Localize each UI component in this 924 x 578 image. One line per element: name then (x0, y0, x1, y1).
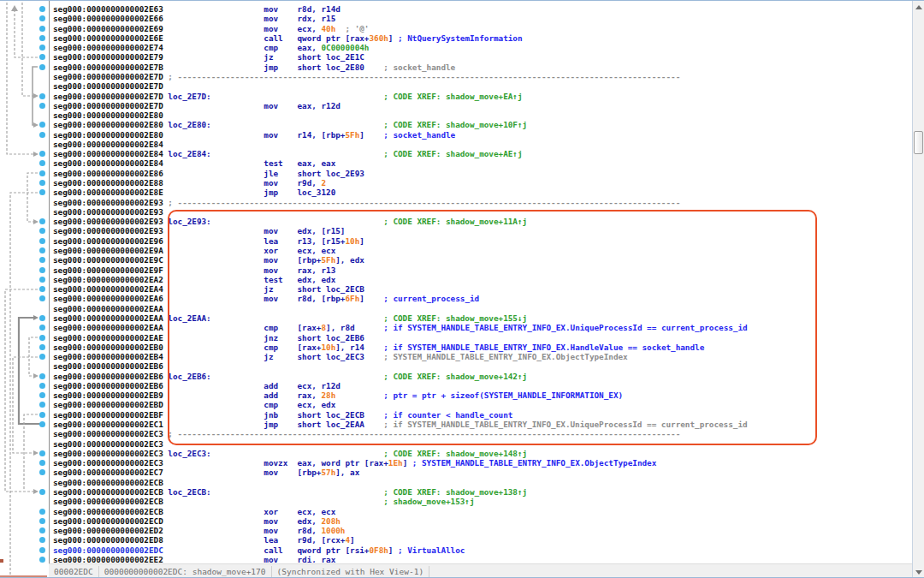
scroll-up-button[interactable] (913, 1, 924, 14)
asm-line[interactable]: seg000:0000000000002EAA loc_2EAA: ; CODE… (50, 313, 527, 324)
asm-line[interactable]: seg000:0000000000002EA6 mov r8d, [rbp+6F… (50, 294, 479, 304)
asm-text: add rax, (168, 390, 321, 400)
asm-text: ; CODE XREF: shadow_move+155↓j (383, 313, 527, 323)
scroll-down-button[interactable] (913, 566, 924, 578)
asm-line[interactable]: seg000:0000000000002E8E jmp loc_3120 (50, 188, 335, 198)
asm-address: seg000:0000000000002E93 (53, 207, 168, 217)
asm-address: seg000:0000000000002EAE (53, 333, 168, 343)
asm-line[interactable]: seg000:0000000000002E7B jmp short loc_2E… (50, 63, 455, 73)
asm-address: seg000:0000000000002ECB (53, 497, 168, 506)
asm-line[interactable]: seg000:0000000000002E9C mov [rbp+5Fh], e… (50, 255, 364, 265)
asm-line[interactable]: seg000:0000000000002EC3 loc_2EC3: ; CODE… (50, 449, 527, 459)
asm-line[interactable]: seg000:0000000000002EB6 (50, 361, 168, 372)
asm-line[interactable]: seg000:0000000000002EAA (50, 304, 168, 314)
asm-line[interactable]: seg000:0000000000002E80 mov r14, [rbp+5F… (50, 130, 455, 140)
asm-line[interactable]: seg000:0000000000002ECB loc_2ECB: ; CODE… (50, 487, 527, 498)
asm-line[interactable]: seg000:0000000000002EE2 mov rdi, rax (50, 555, 335, 563)
asm-line[interactable]: seg000:0000000000002EA4 jz short loc_2EC… (50, 284, 364, 295)
asm-text: jz short loc_2ECB (168, 284, 364, 294)
asm-address: seg000:0000000000002E7D (53, 101, 168, 110)
asm-line[interactable]: seg000:0000000000002EA2 test edx, edx (50, 275, 335, 285)
jump-arrow-jz-up-exit (15, 8, 38, 57)
asm-text: jle short loc_2E93 (168, 169, 364, 178)
asm-line[interactable]: seg000:0000000000002EB6 add ecx, r12d (50, 381, 341, 391)
asm-line[interactable]: seg000:0000000000002E88 mov r9d, 2 (50, 178, 326, 188)
asm-line[interactable]: seg000:0000000000002EDC call qword ptr [… (50, 545, 465, 556)
asm-line[interactable]: seg000:0000000000002EC1 jmp short loc_2E… (50, 420, 748, 430)
asm-address: seg000:0000000000002EC3 (53, 458, 168, 468)
asm-address: seg000:0000000000002EB0 (53, 343, 168, 352)
asm-line[interactable]: seg000:0000000000002E6E call qword ptr [… (50, 33, 523, 44)
asm-line[interactable]: seg000:0000000000002EC7 mov [rbp+57h], a… (50, 468, 359, 478)
jump-arrowhead-icon (33, 450, 38, 456)
asm-line[interactable]: seg000:0000000000002ECB ; shadow_move+15… (50, 497, 475, 507)
asm-line[interactable]: seg000:0000000000002E69 mov ecx, 40h ; '… (50, 24, 369, 34)
asm-line[interactable]: seg000:0000000000002E93 mov edx, [r15] (50, 226, 345, 236)
asm-line[interactable]: seg000:0000000000002E93 ; --------------… (50, 198, 680, 208)
asm-line[interactable]: seg000:0000000000002E63 mov r8d, r14d (50, 4, 341, 15)
asm-text: jnb short loc_2ECB (168, 410, 383, 420)
asm-line[interactable]: seg000:0000000000002E74 cmp eax, 0C00000… (50, 43, 369, 53)
asm-text: 10h (345, 236, 359, 246)
asm-line[interactable]: seg000:0000000000002ECD mov edx, 208h (50, 516, 341, 527)
asm-line[interactable]: seg000:0000000000002EC3 (50, 439, 168, 450)
scrollbar-thumb[interactable] (914, 131, 923, 154)
asm-text: ; ptr = ptr + sizeof(SYSTEM_HANDLE_INFOR… (383, 390, 623, 400)
asm-line[interactable]: seg000:0000000000002EB0 cmp [rax+10h], r… (50, 343, 704, 353)
asm-text: lea r9d, [rcx+ (168, 535, 345, 545)
asm-text (168, 497, 383, 506)
status-sync-state: (Synchronized with Hex View-1) (272, 566, 430, 577)
asm-line[interactable]: seg000:0000000000002ED8 lea r9d, [rcx+4] (50, 535, 355, 545)
asm-line[interactable]: seg000:0000000000002E66 mov rdx, r15 (50, 14, 335, 24)
asm-line[interactable]: seg000:0000000000002E84 (50, 140, 168, 150)
asm-text: loc_2E93: (168, 217, 210, 226)
asm-address: seg000:0000000000002EA2 (53, 275, 168, 284)
asm-text: 5Fh (345, 130, 359, 140)
asm-line[interactable]: seg000:0000000000002E86 jle short loc_2E… (50, 169, 364, 179)
asm-line[interactable]: seg000:0000000000002EC3 ; --------------… (50, 429, 680, 439)
asm-text: ; --------------------------------------… (168, 198, 680, 207)
vertical-scrollbar[interactable] (912, 1, 924, 578)
asm-line[interactable]: seg000:0000000000002E7D (50, 81, 168, 92)
asm-line[interactable]: seg000:0000000000002EC3 movzx eax, word … (50, 458, 656, 468)
asm-line[interactable]: seg000:0000000000002E96 lea r13, [r15+10… (50, 236, 364, 247)
asm-line[interactable]: seg000:0000000000002ECB (50, 478, 168, 488)
asm-line[interactable]: seg000:0000000000002E7D mov eax, r12d (50, 101, 341, 111)
asm-address: seg000:0000000000002ECB (53, 487, 168, 497)
asm-address: seg000:0000000000002EC3 (53, 449, 168, 458)
asm-text: ; CODE XREF: shadow_move+148↑j (383, 449, 527, 458)
asm-line[interactable]: seg000:0000000000002E7D loc_2E7D: ; CODE… (50, 92, 523, 102)
asm-line[interactable]: seg000:0000000000002EBD cmp ecx, edx (50, 400, 335, 410)
asm-text: 0F8h (369, 545, 388, 555)
asm-line[interactable]: seg000:0000000000002E84 test eax, eax (50, 158, 335, 169)
disassembly-listing[interactable]: seg000:0000000000002E63 mov r8d, r14dseg… (50, 1, 912, 563)
asm-address: seg000:0000000000002EE2 (53, 555, 168, 563)
asm-address: seg000:0000000000002EB9 (53, 390, 168, 400)
asm-text: mov edx, [r15] (168, 226, 345, 235)
asm-text: loc_2E7D: (168, 92, 210, 101)
asm-text (211, 92, 384, 101)
code-dot (39, 93, 45, 99)
jump-arrowhead-icon (33, 152, 38, 157)
asm-address: seg000:0000000000002ED2 (53, 526, 168, 535)
asm-line[interactable]: seg000:0000000000002EB4 jz short loc_2EC… (50, 352, 628, 362)
asm-line[interactable]: seg000:0000000000002E80 loc_2E80: ; CODE… (50, 120, 527, 130)
asm-line[interactable]: seg000:0000000000002E7D ; --------------… (50, 72, 680, 82)
asm-line[interactable]: seg000:0000000000002E9A xor ecx, ecx (50, 246, 335, 256)
asm-line[interactable]: seg000:0000000000002EB9 add rax, 28h ; p… (50, 390, 623, 401)
asm-line[interactable]: seg000:0000000000002E93 loc_2E93: ; CODE… (50, 217, 527, 227)
asm-line[interactable]: seg000:0000000000002E84 loc_2E84: ; CODE… (50, 149, 523, 159)
asm-text: 2 (321, 178, 326, 188)
asm-line[interactable]: seg000:0000000000002E9F mov rax, r13 (50, 265, 335, 276)
asm-line[interactable]: seg000:0000000000002ED2 mov r8d, 1000h (50, 526, 345, 536)
asm-line[interactable]: seg000:0000000000002E80 (50, 110, 168, 121)
asm-line[interactable]: seg000:0000000000002ECB xor ecx, ecx (50, 507, 335, 517)
asm-line[interactable]: seg000:0000000000002EBF jnb short loc_2E… (50, 410, 512, 420)
asm-line[interactable]: seg000:0000000000002EAE jnz short loc_2E… (50, 333, 364, 343)
asm-line[interactable]: seg000:0000000000002EAA cmp [rax+8], r8d… (50, 323, 748, 333)
asm-text (335, 24, 345, 33)
asm-address: seg000:0000000000002EBF (53, 410, 168, 420)
asm-line[interactable]: seg000:0000000000002EB6 loc_2EB6: ; CODE… (50, 372, 527, 382)
asm-line[interactable]: seg000:0000000000002E79 jz short loc_2E1… (50, 52, 364, 63)
asm-line[interactable]: seg000:0000000000002E93 (50, 207, 168, 217)
